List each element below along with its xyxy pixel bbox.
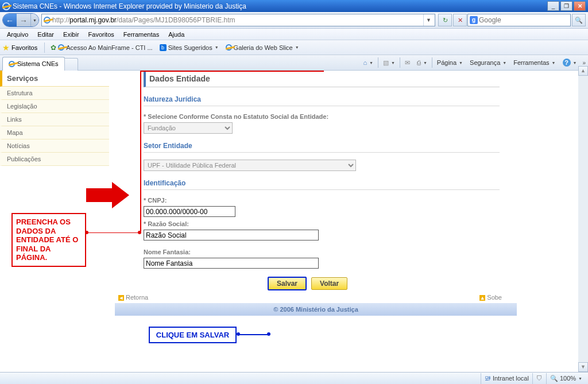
voltar-button[interactable]: Voltar (311, 277, 347, 290)
sidebar-item-links[interactable]: Links (0, 113, 109, 126)
arrow-up-icon: ▲ (479, 295, 485, 301)
cmd-label: Segurança (470, 59, 500, 66)
link-retorna[interactable]: ◄Retorna (118, 294, 148, 301)
home-button[interactable]: ⌂▼ (359, 56, 377, 69)
feeds-button[interactable]: ▧▼ (380, 56, 399, 69)
input-nome-fantasia[interactable] (144, 258, 319, 269)
favorites-star-icon[interactable]: ★ (2, 43, 10, 52)
input-cnpj[interactable] (144, 206, 235, 217)
minimize-button[interactable]: _ (547, 1, 559, 11)
sidebar-nav: Serviços Estrutura Legislação Links Mapa… (0, 71, 109, 370)
separator (378, 57, 378, 68)
menu-editar[interactable]: Editar (33, 30, 59, 39)
window-titlebar: Sistema CNEs - Windows Internet Explorer… (0, 0, 588, 12)
ie-icon (58, 44, 64, 51)
overflow-chevron[interactable]: » (580, 60, 588, 66)
annotation-line (140, 71, 324, 72)
zoom-icon: 🔍 (550, 375, 558, 382)
zoom-control[interactable]: 🔍 100% ▼ (546, 373, 586, 384)
annotation-connector (87, 232, 139, 233)
search-button[interactable]: 🔍 (572, 14, 586, 26)
page-icon: ✿ (51, 44, 56, 52)
home-icon: ⌂ (363, 59, 367, 66)
shield-icon: ⛉ (536, 375, 543, 382)
page-menu[interactable]: Página▼ (434, 56, 466, 69)
url-text: http://portal.mj.gov.br/data/Pages/MJ1DB… (52, 16, 423, 24)
bottom-nav-links: ◄Retorna ▲Sobe (115, 290, 505, 301)
annotation-dot (237, 332, 240, 336)
search-input[interactable] (479, 16, 568, 24)
input-razao-social[interactable] (144, 230, 319, 241)
sidebar-item-noticias[interactable]: Notícias (0, 139, 109, 153)
browser-tab-active[interactable]: Sistema CNEs (2, 57, 65, 71)
sidebar-item-estrutura[interactable]: Estrutura (0, 87, 109, 100)
link-sobe[interactable]: ▲Sobe (479, 294, 502, 301)
menu-favoritos[interactable]: Favoritos (84, 30, 119, 39)
menu-ajuda[interactable]: Ajuda (164, 30, 189, 39)
favorites-label: Favoritos (11, 44, 37, 51)
url-dropdown[interactable]: ▼ (423, 14, 434, 26)
read-mail-button[interactable]: ✉ (401, 56, 413, 69)
separator (432, 57, 432, 68)
copyright-footer: © 2006 Ministério da Justiça (115, 303, 517, 316)
menu-ferramentas[interactable]: Ferramentas (119, 30, 164, 39)
salvar-button[interactable]: Salvar (268, 277, 307, 290)
nav-history-dropdown[interactable]: ▼ (30, 14, 38, 26)
tab-icon (9, 61, 15, 67)
stop-button[interactable]: ✕ (453, 14, 467, 26)
dropdown-icon: ▼ (215, 45, 219, 49)
menu-exibir[interactable]: Exibir (59, 30, 84, 39)
separator (400, 57, 400, 68)
dropdown-icon: ▼ (578, 377, 582, 381)
scroll-down-button[interactable]: ▼ (578, 362, 588, 372)
help-icon: ? (563, 59, 571, 67)
address-bar[interactable]: http://portal.mj.gov.br/data/Pages/MJ1DB… (41, 14, 435, 26)
command-bar: Sistema CNEs ⌂▼ ▧▼ ✉ ⎙▼ Página▼ Seguranç… (0, 55, 588, 71)
form-panel: Dados Entidade Natureza Jurídica * Selec… (109, 71, 588, 370)
tools-menu[interactable]: Ferramentas▼ (510, 56, 559, 69)
rss-icon: ▧ (383, 59, 389, 67)
refresh-button[interactable]: ↻ (438, 14, 452, 26)
safety-menu[interactable]: Segurança▼ (466, 56, 510, 69)
section-identificacao: Identificação (144, 177, 500, 190)
sidebar-item-publicacoes[interactable]: Publicações (0, 153, 109, 166)
annotation-dot (85, 231, 88, 234)
close-button[interactable]: ✕ (574, 1, 586, 11)
zone-label: Intranet local (493, 375, 529, 382)
status-bar: 🖳 Intranet local ⛉ 🔍 100% ▼ (0, 372, 588, 384)
intranet-icon: 🖳 (485, 375, 491, 382)
section-natureza-juridica: Natureza Jurídica (144, 93, 500, 106)
mail-icon: ✉ (405, 59, 410, 67)
back-button[interactable]: ← (3, 14, 17, 27)
label-razao-social: * Razão Social: (144, 220, 500, 227)
select-setor[interactable]: UPF - Utilidade Pública Federal (144, 160, 356, 171)
menu-arquivo[interactable]: Arquivo (2, 30, 33, 39)
forward-button[interactable]: → (17, 14, 30, 27)
annotation-dot (138, 231, 141, 234)
print-icon: ⎙ (417, 59, 421, 66)
window-scrollbar[interactable]: ▲ ▼ (578, 66, 588, 372)
cmd-label: Página (437, 59, 457, 66)
sidebar-item-mapa[interactable]: Mapa (0, 126, 109, 139)
scroll-track[interactable] (578, 76, 588, 362)
maximize-button[interactable]: ❐ (560, 1, 572, 11)
print-button[interactable]: ⎙▼ (413, 56, 431, 69)
annotation-dot (267, 332, 270, 336)
sidebar-item-legislacao[interactable]: Legislação (0, 100, 109, 113)
window-title: Sistema CNEs - Windows Internet Explorer… (13, 2, 547, 10)
label-cnpj: * CNPJ: (144, 197, 500, 204)
protected-mode[interactable]: ⛉ (532, 373, 546, 384)
page-icon (44, 17, 51, 24)
fav-item-webslice[interactable]: Galeria do Web Slice ▼ (222, 43, 303, 52)
help-button[interactable]: ?▼ (559, 56, 581, 69)
status-zone[interactable]: 🖳 Intranet local (481, 373, 532, 384)
scroll-up-button[interactable]: ▲ (578, 66, 588, 76)
ie-icon (226, 44, 232, 51)
annotation-line (140, 71, 141, 231)
fav-item-suggested[interactable]: b Sites Sugeridos ▼ (156, 43, 222, 52)
fav-item-mainframe[interactable]: ✿ Acesso Ao MainFrame - CTI ... (47, 42, 156, 53)
new-tab-button[interactable] (64, 58, 78, 71)
search-box[interactable]: g (467, 14, 571, 26)
select-natureza[interactable]: Fundação (144, 122, 233, 134)
url-protocol: http:// (52, 16, 69, 24)
